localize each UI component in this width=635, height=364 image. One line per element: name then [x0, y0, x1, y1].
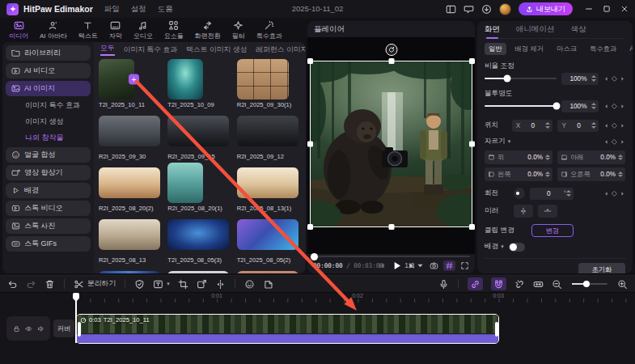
- step-down[interactable]: [618, 158, 623, 160]
- ribbon-tab[interactable]: AI 아바타: [34, 20, 73, 40]
- inspector-tab[interactable]: 화면: [485, 24, 500, 35]
- feedback-icon[interactable]: [464, 4, 474, 15]
- safe-area-grid-button[interactable]: [443, 260, 455, 271]
- ribbon-tab[interactable]: 요소들: [159, 20, 189, 40]
- resize-handle-w[interactable]: [307, 142, 313, 147]
- keyframe-add-icon[interactable]: [611, 122, 618, 129]
- step-up[interactable]: [545, 154, 550, 157]
- thumbnail-image[interactable]: [99, 271, 160, 273]
- step-down[interactable]: [566, 194, 571, 197]
- step-up[interactable]: [618, 171, 623, 174]
- sidebar-item[interactable]: 이미지 특수 효과: [6, 99, 91, 112]
- scale-value[interactable]: 100%: [561, 73, 599, 85]
- thumbnail-image[interactable]: +: [99, 59, 134, 99]
- thumbnail-image[interactable]: [99, 116, 160, 146]
- ribbon-tab[interactable]: 필터: [226, 20, 251, 40]
- keyframe-prev-icon[interactable]: [603, 76, 609, 82]
- step-up[interactable]: [545, 122, 550, 125]
- library-item[interactable]: R2I_2025_09_15: [166, 110, 235, 162]
- timeline-zoom-in[interactable]: [617, 279, 628, 290]
- ribbon-tab[interactable]: 특수효과: [251, 20, 288, 40]
- library-filter[interactable]: 레퍼런스 이미지: [256, 45, 306, 55]
- opacity-slider-thumb[interactable]: [553, 103, 561, 110]
- library-filter[interactable]: 모두: [100, 44, 115, 56]
- keyframe-prev-icon[interactable]: [603, 104, 609, 109]
- library-item[interactable]: R2I_2025_09_30(1): [235, 58, 304, 110]
- fit-timeline[interactable]: [533, 279, 544, 290]
- step-up[interactable]: [591, 75, 596, 78]
- resize-handle-sw[interactable]: [307, 224, 313, 230]
- thumbnail-image[interactable]: [99, 167, 160, 198]
- split[interactable]: 분리하기: [74, 279, 116, 290]
- ribbon-tab[interactable]: 미디어: [3, 20, 34, 40]
- keyframe-add-icon[interactable]: [611, 138, 618, 146]
- step-up[interactable]: [618, 154, 623, 157]
- library-item[interactable]: R2I_2025_08_13: [97, 214, 166, 265]
- undo[interactable]: [7, 279, 18, 290]
- keyframe-next-icon[interactable]: [620, 191, 625, 197]
- preview-image[interactable]: [311, 61, 472, 226]
- link-clips[interactable]: [468, 277, 483, 290]
- step-up[interactable]: [566, 190, 571, 193]
- keyframe-add-icon[interactable]: [611, 103, 618, 110]
- library-filter[interactable]: 텍스트 이미지 생성: [186, 45, 247, 55]
- library-item[interactable]: R2I_2025_09_12: [235, 110, 304, 162]
- sidebar-item[interactable]: 얼굴 합성: [6, 147, 91, 163]
- resize-handle-s[interactable]: [388, 224, 394, 230]
- step-down[interactable]: [545, 175, 550, 177]
- toggle-visibility[interactable]: [25, 325, 32, 332]
- flip-vertical-button[interactable]: [538, 205, 557, 218]
- unlink-clips[interactable]: [514, 279, 525, 290]
- timeline[interactable]: 0:010:020:03 커버 0:03 T2I_2025_10_11: [0, 293, 635, 364]
- flip-horizontal-button[interactable]: [514, 205, 533, 218]
- sidebar-item[interactable]: AI 비디오: [6, 63, 91, 78]
- preview-canvas[interactable]: [307, 37, 475, 254]
- resize-handle-n[interactable]: [388, 58, 394, 64]
- close-button[interactable]: [620, 5, 629, 13]
- next-frame-button[interactable]: [409, 262, 416, 269]
- avatar[interactable]: [499, 3, 511, 15]
- sidebar-item[interactable]: 스톡 사진: [6, 218, 91, 234]
- sidebar-item[interactable]: 라이브러리: [6, 45, 91, 61]
- library-item[interactable]: [235, 265, 304, 273]
- rotate-value[interactable]: 0°: [530, 188, 574, 200]
- thumbnail-image[interactable]: [237, 116, 298, 146]
- step-up[interactable]: [591, 122, 596, 125]
- resize-handle-nw[interactable]: [307, 58, 313, 64]
- layout-icon[interactable]: [446, 4, 456, 15]
- fullscreen-icon[interactable]: [460, 261, 469, 270]
- timeline-zoom-out[interactable]: [552, 279, 562, 290]
- keyframe-prev-icon[interactable]: [603, 191, 609, 197]
- library-item[interactable]: [166, 265, 235, 273]
- export-button[interactable]: 내보내기: [519, 2, 573, 15]
- keyframe-next-icon[interactable]: [620, 123, 625, 129]
- step-down[interactable]: [618, 175, 623, 177]
- library-item[interactable]: T2I_2025_10_09: [166, 58, 235, 110]
- lock-track[interactable]: [13, 325, 20, 332]
- crop-field[interactable]: 오른쪽 0.0%: [557, 167, 625, 181]
- mirror[interactable]: [215, 279, 226, 290]
- opacity-slider[interactable]: [485, 105, 557, 108]
- background-toggle[interactable]: [509, 243, 525, 252]
- snapshot-icon[interactable]: [430, 261, 438, 270]
- step-up[interactable]: [545, 171, 550, 174]
- library-item[interactable]: T2I_2025_08_05(3): [166, 214, 235, 265]
- clip-trim-handle-left[interactable]: [78, 322, 81, 336]
- keyframe-next-icon[interactable]: [620, 76, 625, 82]
- thumbnail-image[interactable]: [237, 59, 289, 99]
- menu-item[interactable]: 파일: [104, 4, 120, 15]
- inspector-subtab[interactable]: 배경 제거: [511, 43, 548, 55]
- reset-button[interactable]: 초기화: [578, 263, 625, 273]
- library-item[interactable]: + T2I_2025_10_11: [97, 58, 166, 110]
- keyframe-prev-icon[interactable]: [603, 139, 609, 145]
- step-down[interactable]: [545, 126, 550, 129]
- rotate-handle[interactable]: [385, 44, 397, 56]
- opacity-value[interactable]: 100%: [561, 100, 599, 112]
- clip-trim-handle-right[interactable]: [495, 322, 498, 336]
- ribbon-tab[interactable]: 화면전환: [189, 20, 226, 40]
- crop[interactable]: [178, 279, 188, 290]
- keyframe-add-icon[interactable]: [611, 75, 618, 83]
- position-y-field[interactable]: Y0: [557, 120, 599, 132]
- menu-item[interactable]: 설정: [131, 4, 146, 15]
- export-frame[interactable]: [197, 279, 207, 290]
